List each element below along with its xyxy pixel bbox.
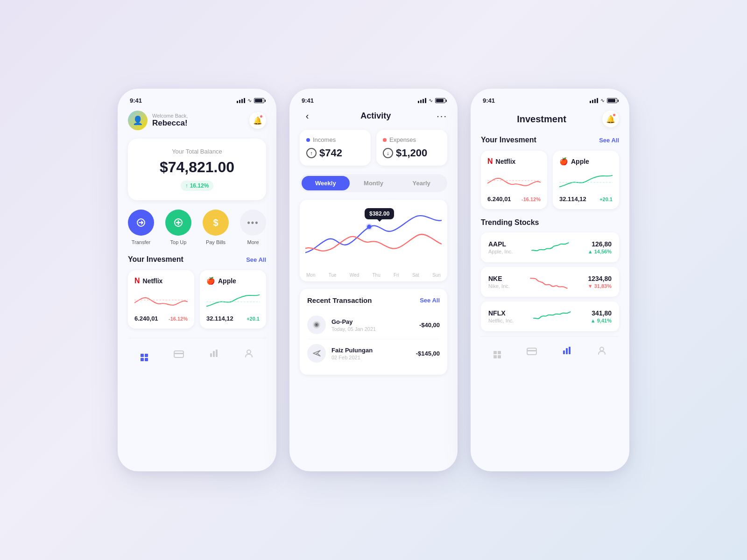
svg-rect-20 [569,347,571,354]
income-value: $742 [319,147,342,159]
nflx-price: 341,80 [591,309,612,317]
nav-user[interactable] [240,347,257,363]
investment-title: Your Invesment [128,255,183,264]
income-card: Incomes ↑ $742 [300,130,371,166]
transfer-action[interactable]: Transfer [128,210,154,245]
gopay-info: Go-Pay Today, 05 Jan 2021 [331,318,414,332]
inv-netflix-card[interactable]: N Netflix 6.240,01 -16.12% [481,151,547,209]
investment-grid: N Netflix 6.240,01 -16.12% [128,270,266,329]
chart-label-mon: Mon [306,273,315,278]
svg-point-21 [600,347,604,351]
netflix-card[interactable]: N Netflix 6.240,01 -16.12% [128,270,194,329]
inv-card-icon [527,348,537,355]
chart-label-tue: Tue [329,273,337,278]
inv-see-all[interactable]: See All [599,137,619,144]
faiz-date: 02 Feb 2021 [331,355,410,360]
transaction-gopay[interactable]: Go-Pay Today, 05 Jan 2021 -$40,00 [307,311,440,339]
netflix-change: -16.12% [169,316,188,322]
inv-netflix-value-row: 6.240,01 -16.12% [487,196,541,203]
inv-nav-card[interactable] [523,344,541,360]
inv-nav-home[interactable] [490,343,505,360]
nflx-info: NFLX Netflic, Inc. [488,309,514,323]
inv-nav-chart[interactable] [558,344,575,360]
apple-name: Apple [218,277,236,285]
nflx-chart [519,308,585,325]
faiz-amount: -$145,00 [416,350,440,357]
battery-fill-1 [255,99,262,102]
inv-apple-card[interactable]: 🍎 Apple 32.114,12 +20.1 [553,151,619,209]
aapl-chart [518,239,582,256]
transactions-header: Recent Transaction See All [307,296,440,304]
bell-button[interactable]: 🔔 [249,112,266,129]
inv-apple-value-row: 32.114,12 +20.1 [559,196,613,203]
phone-activity: 9:41 ∿ ‹ Activity ··· [289,89,458,471]
tab-weekly[interactable]: Weekly [302,176,350,190]
balance-amount: $74,821.00 [137,159,257,176]
up-arrow-icon: ↑ [185,182,188,189]
svg-rect-4 [174,353,183,354]
balance-change-value: 16.12% [190,182,209,189]
investment-bell[interactable]: 🔔 [602,111,619,127]
wifi-icon-2: ∿ [429,98,433,104]
user-info: Welcome Back, Rebecca! [152,113,188,128]
faiz-name: Faiz Pulungan [331,347,410,354]
apple-card[interactable]: 🍎 Apple 32.114,12 +20.1 [200,270,266,329]
trending-nke[interactable]: NKE Nike, Inc. 1234,80 ▼ 31,83% [481,267,619,297]
paybills-circle: $ [203,210,229,236]
user-name: Rebecca! [152,119,188,128]
back-button[interactable]: ‹ [300,111,315,121]
tab-yearly[interactable]: Yearly [397,176,445,190]
nav-home[interactable] [137,346,152,363]
transactions-see-all[interactable]: See All [420,297,440,304]
phones-container: 9:41 ∿ 👤 Welcome Back, Reb [118,89,629,471]
status-time-2: 9:41 [302,97,314,104]
nke-info: NKE Nike, Inc. [488,275,510,289]
gopay-name: Go-Pay [331,318,414,325]
apple-change: +20.1 [247,316,260,322]
activity-title: Activity [360,111,391,121]
status-icons-2: ∿ [418,98,445,104]
status-bar-investment: 9:41 ∿ [481,97,619,104]
inv-nav-user[interactable] [593,344,610,360]
bar3 [241,99,243,103]
faiz-icon [307,344,326,363]
actions-row: Transfer Top Up $ Pay Bills • [128,210,266,245]
tab-monthly[interactable]: Montly [350,176,398,190]
more-action[interactable]: ••• More [240,210,266,245]
svg-rect-5 [210,353,212,357]
inv-netflix-icon: N [487,157,493,166]
topup-action[interactable]: Top Up [165,210,191,245]
inv-apple-change: +20.1 [599,196,613,202]
apple-chart [206,289,260,311]
svg-rect-19 [566,348,568,354]
inv-apple-chart [559,169,613,192]
chart-area: $382.00 Mon Tue Wed Thu Fri Sat Sun [300,200,447,281]
balance-change: ↑ 16.12% [181,181,214,191]
investment-section-header: Your Invesment See All [128,255,266,264]
bar1 [237,101,238,103]
nflx-values: 341,80 ▲ 9,41% [591,309,612,323]
inv-netflix-chart [487,169,541,192]
wifi-icon-3: ∿ [600,98,605,104]
investment-see-all[interactable]: See All [246,256,266,263]
inv-apple-name: Apple [571,158,589,165]
avatar: 👤 [128,111,148,130]
status-icons-3: ∿ [590,98,617,104]
gopay-circle-icon [312,320,321,329]
avatar-area: 👤 Welcome Back, Rebecca! [128,111,188,130]
more-button[interactable]: ··· [437,111,447,121]
investment-page-title: Investment [481,114,602,125]
transfer-label: Transfer [132,239,151,245]
nav-chart[interactable] [205,347,222,363]
nav-card[interactable] [170,347,188,363]
trending-nflx[interactable]: NFLX Netflic, Inc. 341,80 ▲ 9,41% [481,301,619,331]
chart-tooltip: $382.00 [365,208,394,219]
income-value-row: ↑ $742 [306,147,364,159]
status-time-1: 9:41 [130,97,142,104]
wifi-icon-1: ∿ [247,98,252,104]
signal-bars-3 [590,98,598,103]
aapl-values: 126,80 ▲ 14,56% [588,240,612,254]
paybills-action[interactable]: $ Pay Bills [203,210,229,245]
trending-aapl[interactable]: AAPL Apple, Inc. 126,80 ▲ 14,56% [481,232,619,262]
transaction-faiz[interactable]: Faiz Pulungan 02 Feb 2021 -$145,00 [307,339,440,367]
